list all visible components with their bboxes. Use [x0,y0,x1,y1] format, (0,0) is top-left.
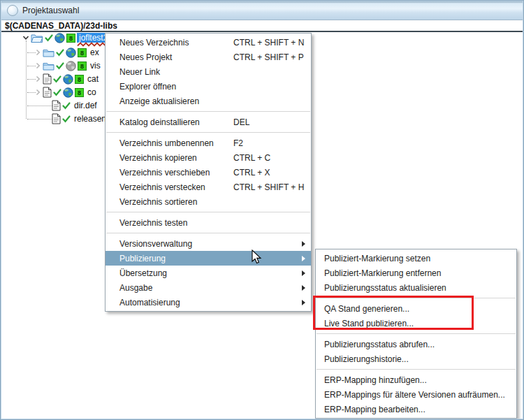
tree-row-vis[interactable]: 8vis [35,59,103,72]
menu-item-label: Übersetzung [119,268,233,278]
menu-item-label: Verzeichnis testen [119,218,233,228]
menu-item-verzeichnis-umbenennen[interactable]: Verzeichnis umbenennenF2 [105,136,311,150]
menu-item-verzeichnis-sortieren[interactable]: Verzeichnis sortieren [105,194,311,209]
globe-icon [54,33,65,43]
tree-item-label[interactable]: cat [85,74,101,84]
menu-item-publizierungsstatus-abrufen[interactable]: Publizierungsstatus abrufen... [316,337,516,352]
tree-row-dir-def[interactable]: dir.def [52,99,99,112]
menu-item-publizierungshistorie[interactable]: Publizierungshistorie... [316,352,516,366]
menu-separator [106,212,310,212]
tree-item-label[interactable]: ex [88,48,101,57]
menu-item-label: Anzeige aktualisieren [119,96,233,106]
tree-item-label[interactable]: co [85,87,99,97]
check-icon [62,102,71,110]
menu-item-label: ERP-Mapping bearbeiten... [324,405,511,414]
menu-separator [106,233,310,233]
menu-item-neues-verzeichnis[interactable]: Neues VerzeichnisCTRL + SHIFT + N [105,35,311,50]
annotation-red-box [313,296,474,330]
svg-text:8: 8 [69,34,73,41]
menu-item-bersetzung[interactable]: Übersetzung [105,266,311,280]
red-underline-annotation [77,42,106,47]
menu-item-label: Verzeichnis verstecken [119,182,233,192]
tree-row-ex[interactable]: 8ex [35,46,101,59]
svg-text:8: 8 [78,89,81,96]
menu-item-automatisierung[interactable]: Automatisierung [105,295,311,310]
menu-item-erp-mapping-hinzuf-gen[interactable]: ERP-Mapping hinzufügen... [316,372,516,387]
document-icon [43,87,52,98]
check-icon [53,75,61,83]
folder-icon [43,61,54,71]
menu-item-publizierungsstatus-aktualisieren[interactable]: Publizierungsstatus aktualisieren [316,280,516,295]
menu-separator [316,333,516,334]
submenu-arrow-icon [302,241,305,247]
tree-row-co[interactable]: 8co [35,86,99,99]
menu-item-verzeichnis-verschieben[interactable]: Verzeichnis verschiebenCTRL + X [105,165,311,180]
badge-icon: 8 [78,48,87,57]
globe-gray-icon [66,61,76,71]
menu-item-versionsverwaltung[interactable]: Versionsverwaltung [105,236,311,251]
menu-item-label: Publiziert-Markierung entfernen [324,268,511,278]
context-menu: Neues VerzeichnisCTRL + SHIFT + NNeues P… [105,33,312,312]
menu-item-publizierung[interactable]: Publizierung [105,251,311,266]
globe-icon [63,74,73,85]
badge-icon: 8 [78,61,87,71]
chevron-right-icon[interactable] [35,49,41,56]
menu-item-publiziert-markierung-setzen[interactable]: Publiziert-Markierung setzen [316,251,516,266]
tree-item-label[interactable]: releasen [72,114,108,124]
path-bar[interactable]: $(CADENAS_DATA)/23d-libs [1,20,523,32]
badge-icon: 8 [66,34,75,43]
menu-item-label: Neues Verzeichnis [119,38,233,48]
menu-item-publiziert-markierung-entfernen[interactable]: Publiziert-Markierung entfernen [316,266,516,280]
submenu-arrow-icon [302,300,305,305]
projektauswahl-window: Projektauswahl $(CADENAS_DATA)/23d-libs … [0,0,524,420]
badge-icon: 8 [75,88,84,97]
menu-separator [106,132,310,133]
mouse-cursor [250,249,264,265]
globe-icon [66,48,76,58]
tree-row-cat[interactable]: 8cat [35,73,101,85]
submenu-arrow-icon [302,285,305,291]
menu-item-shortcut: CTRL + SHIFT + P [233,52,305,62]
menu-item-shortcut: F2 [233,138,305,148]
folder-open-icon [31,33,43,43]
check-icon [56,62,64,70]
submenu-arrow-icon [302,256,305,261]
menu-item-label: ERP-Mappings für ältere Versionen aufräu… [324,390,511,400]
check-icon [45,34,53,42]
tree-item-label[interactable]: dir.def [72,101,99,110]
menu-item-erp-mappings-f-r-ltere-versionen-aufr-umen[interactable]: ERP-Mappings für ältere Versionen aufräu… [316,387,516,402]
menu-item-neues-projekt[interactable]: Neues ProjektCTRL + SHIFT + P [105,50,311,64]
menu-item-label: Verzeichnis umbenennen [119,138,233,148]
menu-item-explorer-ffnen[interactable]: Explorer öffnen [105,79,311,94]
menu-item-neuer-link[interactable]: Neuer Link [105,64,311,79]
menu-item-anzeige-aktualisieren[interactable]: Anzeige aktualisieren [105,94,311,108]
menu-item-label: Verzeichnis kopieren [119,153,233,163]
tree-row-releasen[interactable]: releasen [52,113,108,125]
tree-item-label[interactable]: vis [88,61,103,71]
menu-item-verzeichnis-verstecken[interactable]: Verzeichnis versteckenCTRL + SHIFT + H [105,180,311,194]
tree-guide-line [27,119,52,120]
svg-text:8: 8 [80,62,84,69]
menu-item-label: Neues Projekt [119,52,233,62]
document-icon [43,73,52,85]
badge-icon: 8 [75,75,84,84]
menu-item-erp-mapping-bearbeiten[interactable]: ERP-Mapping bearbeiten... [316,402,516,417]
menu-item-verzeichnis-testen[interactable]: Verzeichnis testen [105,215,311,230]
svg-text:8: 8 [78,75,81,82]
publizierung-submenu: Publiziert-Markierung setzenPubliziert-M… [315,249,517,419]
menu-item-shortcut: CTRL + SHIFT + N [233,38,305,48]
svg-text:8: 8 [80,49,84,56]
chevron-down-icon[interactable] [22,34,29,41]
chevron-right-icon[interactable] [35,62,41,69]
menu-item-shortcut: DEL [233,117,305,127]
menu-item-katalog-deinstallieren[interactable]: Katalog deinstallierenDEL [105,115,311,129]
chevron-right-icon[interactable] [35,75,41,82]
window-title: Projektauswahl [22,6,79,15]
menu-item-verzeichnis-kopieren[interactable]: Verzeichnis kopierenCTRL + C [105,150,311,165]
chevron-right-icon[interactable] [35,89,41,96]
menu-item-ausgabe[interactable]: Ausgabe [105,280,311,295]
title-bar: Projektauswahl [1,1,523,20]
menu-item-label: Ausgabe [119,283,233,293]
check-icon [56,49,64,57]
app-icon [7,5,18,16]
